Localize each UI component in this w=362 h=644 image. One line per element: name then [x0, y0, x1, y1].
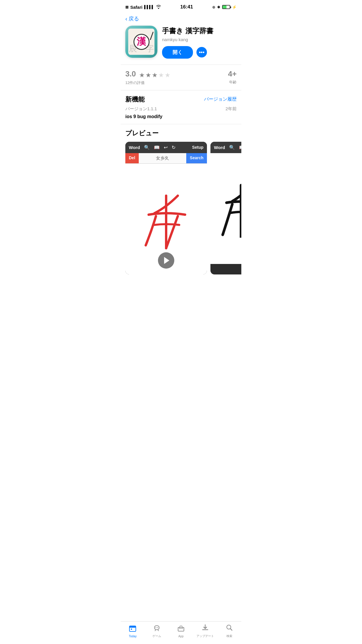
battery-fill	[223, 6, 226, 8]
status-right: ⊕ ✱ ⚡	[212, 5, 237, 9]
star-4: ★	[158, 71, 164, 79]
app-indicator: ⊠	[125, 5, 129, 9]
play-triangle-icon	[164, 257, 169, 264]
status-bar: ⊠ Safari ▌▌▌▌ 16:41 ⊕ ✱ ⚡	[121, 0, 241, 13]
sc1-canvas	[125, 164, 207, 274]
rating-count: 12件の評価	[125, 80, 171, 85]
ratings-section: 3.0 ★ ★ ★ ★ ★ 12件の評価 4+ 年齢	[121, 64, 241, 90]
rating-row: 3.0 ★ ★ ★ ★ ★	[125, 69, 171, 79]
version-history-link[interactable]: バージョン履歴	[204, 96, 237, 102]
nav-bar: ‹ 戻る	[121, 13, 241, 26]
star-rating: ★ ★ ★ ★ ★	[139, 71, 171, 79]
version-row: バージョン1.1.1 2年前	[125, 106, 237, 112]
sc2-word-label: Word	[214, 145, 225, 150]
wifi-icon	[156, 5, 161, 10]
battery-icon	[222, 5, 230, 9]
whats-new-header: 新機能 バージョン履歴	[125, 95, 237, 104]
version-number: バージョン1.1.1	[125, 106, 157, 112]
back-chevron-icon: ‹	[125, 15, 127, 22]
sc1-del-btn[interactable]: Del	[125, 153, 139, 163]
sc2-toolbar: Word 🔍 📖 ‹	[210, 142, 241, 153]
screenshot-2: Word 🔍 📖 ‹	[210, 142, 241, 274]
spacer	[121, 279, 241, 302]
sc1-kanji-drawing	[137, 187, 195, 251]
charge-icon: ⚡	[232, 5, 237, 9]
bluetooth-icon: ✱	[217, 5, 220, 9]
whats-new-title: 新機能	[125, 95, 145, 104]
preview-scroll[interactable]: Word 🔍 📖 ↩ ↻ Setup Del 女乡夂 Search	[125, 142, 241, 274]
star-3: ★	[152, 71, 158, 79]
star-1: ★	[139, 71, 145, 79]
carrier-label: Safari	[130, 5, 143, 10]
sc1-search-icon: 🔍	[144, 145, 150, 150]
rating-right: 4+ 年齢	[228, 69, 237, 85]
sc1-refresh-icon: ↻	[172, 145, 175, 150]
sc1-text-input: 女乡夂	[139, 153, 187, 163]
magnifier: 漢	[133, 34, 150, 50]
app-header: 辰 字 漢 手書き 漢字辞書 namkyu kang 開く •••	[121, 26, 241, 64]
brush-icon	[150, 32, 154, 40]
screen-record-icon: ⊕	[212, 5, 215, 9]
sc1-setup-label: Setup	[192, 145, 203, 150]
change-notes: ios 9 bug modify	[125, 114, 237, 119]
rating-number: 3.0	[125, 69, 136, 78]
sc1-word-label: Word	[129, 145, 140, 150]
star-2: ★	[145, 71, 151, 79]
status-left: ⊠ Safari ▌▌▌▌	[125, 5, 161, 10]
version-date: 2年前	[226, 106, 237, 112]
sc2-kanji-drawing	[216, 179, 241, 238]
status-time: 16:41	[180, 4, 193, 10]
sc1-play-button[interactable]	[158, 252, 174, 269]
preview-section: プレビュー Word 🔍 📖 ↩ ↻ Setup Del 女乡夂 Search	[121, 124, 241, 279]
sc1-input-row: Del 女乡夂 Search	[125, 153, 207, 164]
sc2-book-icon: 📖	[239, 145, 241, 150]
sc1-toolbar: Word 🔍 📖 ↩ ↻ Setup	[125, 142, 207, 153]
kanji-main: 漢	[137, 35, 146, 48]
sc1-book-icon: 📖	[154, 145, 160, 150]
app-developer: namkyu kang	[162, 37, 237, 42]
app-icon-inner: 辰 字 漢	[128, 29, 154, 55]
screenshot-1: Word 🔍 📖 ↩ ↻ Setup Del 女乡夂 Search	[125, 142, 207, 274]
sc1-back-icon: ↩	[164, 145, 168, 150]
app-info: 手書き 漢字辞書 namkyu kang 開く •••	[162, 26, 237, 59]
age-badge: 4+	[228, 69, 237, 78]
sc2-search-icon: 🔍	[229, 145, 235, 150]
age-label: 年齢	[228, 80, 237, 85]
star-5: ★	[165, 71, 171, 79]
preview-title: プレビュー	[125, 129, 241, 138]
back-button[interactable]: ‹ 戻る	[125, 15, 139, 22]
sc2-canvas	[210, 153, 241, 264]
whats-new-section: 新機能 バージョン履歴 バージョン1.1.1 2年前 ios 9 bug mod…	[121, 90, 241, 124]
sc1-search-btn[interactable]: Search	[186, 153, 207, 163]
app-actions: 開く •••	[162, 46, 237, 59]
open-button[interactable]: 開く	[162, 46, 193, 59]
app-icon: 辰 字 漢	[125, 26, 157, 58]
more-button[interactable]: •••	[196, 47, 207, 57]
back-label: 戻る	[129, 15, 139, 22]
rating-left: 3.0 ★ ★ ★ ★ ★ 12件の評価	[125, 69, 171, 85]
app-title: 手書き 漢字辞書	[162, 27, 237, 35]
signal-icon: ▌▌▌▌	[144, 5, 154, 9]
